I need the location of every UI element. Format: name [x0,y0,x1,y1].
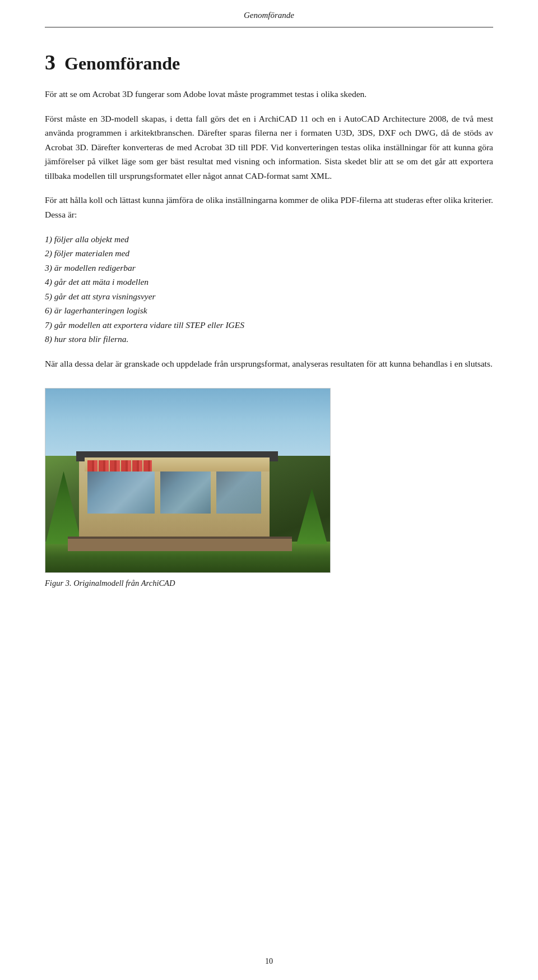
figure-container: Figur 3. Originalmodell från ArchiCAD [45,388,493,588]
page-container: Genomförande 3 Genomförande För att se o… [0,0,538,980]
chapter-number: 3 [45,50,55,75]
page-header: Genomförande [45,0,493,27]
trees-right [296,488,327,544]
criteria-list: 1) följer alla objekt med2) följer mater… [45,232,493,347]
list-item: 8) hur stora blir filerna. [45,332,493,346]
list-item: 1) följer alla objekt med [45,232,493,247]
list-item: 6) är lagerhanteringen logisk [45,303,493,318]
header-title: Genomförande [244,11,294,20]
list-item: 3) är modellen redigerbar [45,261,493,275]
window-mid [160,471,211,514]
figure-caption: Figur 3. Originalmodell från ArchiCAD [45,579,175,588]
figure-image [45,388,331,573]
list-item: 2) följer materialen med [45,246,493,261]
trees-left [45,471,82,544]
list-item: 4) går det att mäta i modellen [45,275,493,289]
window-right [216,471,261,514]
chapter-heading: 3 Genomförande [45,50,493,75]
sky-area [45,389,330,456]
paragraph-4: När alla dessa delar är granskade och up… [45,357,493,371]
deck-area [68,539,292,551]
paragraph-3: För att hålla koll och lättast kunna jäm… [45,193,493,221]
chapter-title: Genomförande [64,53,180,74]
page-footer: 10 [0,957,538,966]
red-accents [87,460,152,471]
page-number: 10 [265,957,273,965]
paragraph-1: För att se om Acrobat 3D fungerar som Ad… [45,87,493,101]
paragraph-2: Först måste en 3D-modell skapas, i detta… [45,112,493,183]
list-item: 5) går det att styra visningsvyer [45,289,493,304]
list-item: 7) går modellen att exportera vidare til… [45,318,493,332]
window-left [87,471,155,514]
